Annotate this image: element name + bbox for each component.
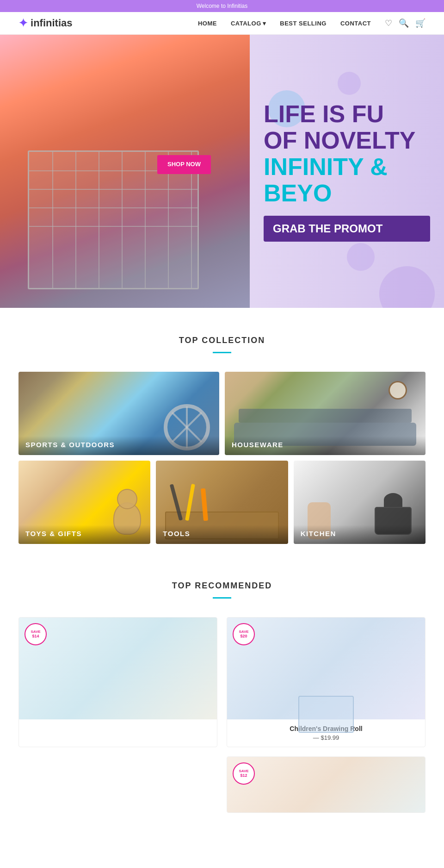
product-card-3[interactable]: SAVE $12 (227, 756, 426, 813)
product-card-1[interactable]: SAVE $14 (18, 617, 217, 747)
product-image-3 (227, 757, 425, 812)
section-divider (213, 352, 231, 353)
hero-text: LIFE IS FU OF NOVELTY INFINITY & BEYO GR… (240, 35, 444, 308)
category-tools-label: TOOLS (156, 525, 288, 544)
recommended-title: TOP RECOMMENDED (18, 581, 426, 591)
hero-person-image (0, 35, 250, 308)
hero-heading: LIFE IS FU OF NOVELTY INFINITY & BEYO (264, 101, 430, 207)
product-image-1 (19, 618, 217, 719)
nav-contact[interactable]: CONTACT (340, 20, 371, 27)
products-grid: SAVE $14 SAVE $20 Children's Drawing Rol… (18, 617, 426, 813)
category-grid-top: SPORTS & OUTDOORS HOUSEWARE (18, 372, 426, 455)
collection-section: TOP COLLECTION SPORTS & OUTDOORS (0, 308, 444, 562)
header: ✦ infinitias HOME CATALOG ▾ BEST SELLING… (0, 12, 444, 35)
category-kitchen[interactable]: KITCHEN (294, 461, 426, 544)
recommended-section: TOP RECOMMENDED SAVE $14 SAVE $20 Chi (0, 562, 444, 841)
logo-icon: ✦ (18, 17, 28, 30)
nav-home[interactable]: HOME (198, 20, 217, 27)
product-image-2 (227, 618, 425, 719)
save-badge-1: SAVE $14 (25, 623, 47, 645)
logo-text: infinitias (31, 17, 73, 29)
nav-icons: ♡ 🔍 🛒 (385, 18, 426, 28)
search-icon[interactable]: 🔍 (399, 18, 409, 28)
nav-best-selling[interactable]: BEST SELLING (280, 20, 327, 27)
wishlist-icon[interactable]: ♡ (385, 18, 392, 28)
category-houseware[interactable]: HOUSEWARE (225, 372, 426, 455)
category-toys[interactable]: TOYS & GIFTS (18, 461, 150, 544)
top-bar-message: Welcome to Infinitias (197, 3, 248, 9)
top-bar: Welcome to Infinitias (0, 0, 444, 12)
category-grid-bottom: TOYS & GIFTS TOOLS (18, 461, 426, 544)
product-card-2[interactable]: SAVE $20 Children's Drawing Roll — $19.9… (227, 617, 426, 747)
hero-banner: SHOP NOW LIFE IS FU OF NOVELTY INFINITY … (0, 35, 444, 308)
category-houseware-label: HOUSEWARE (225, 436, 426, 455)
category-kitchen-label: KITCHEN (294, 525, 426, 544)
category-tools[interactable]: TOOLS (156, 461, 288, 544)
save-badge-3: SAVE $12 (233, 762, 255, 785)
nav-catalog[interactable]: CATALOG ▾ (231, 20, 266, 27)
recommended-divider (213, 597, 231, 599)
hero-promo-text: GRAB THE PROMOT (264, 216, 430, 242)
category-toys-label: TOYS & GIFTS (18, 525, 150, 544)
shop-now-button[interactable]: SHOP NOW (157, 155, 211, 174)
category-sports[interactable]: SPORTS & OUTDOORS (18, 372, 219, 455)
main-nav: HOME CATALOG ▾ BEST SELLING CONTACT ♡ 🔍 … (198, 18, 426, 28)
save-badge-2: SAVE $20 (233, 623, 255, 645)
category-sports-label: SPORTS & OUTDOORS (18, 436, 219, 455)
logo[interactable]: ✦ infinitias (18, 17, 73, 30)
cart-icon[interactable]: 🛒 (415, 18, 426, 28)
collection-title: TOP COLLECTION (18, 336, 426, 345)
product-price-2: — $19.99 (233, 734, 419, 741)
